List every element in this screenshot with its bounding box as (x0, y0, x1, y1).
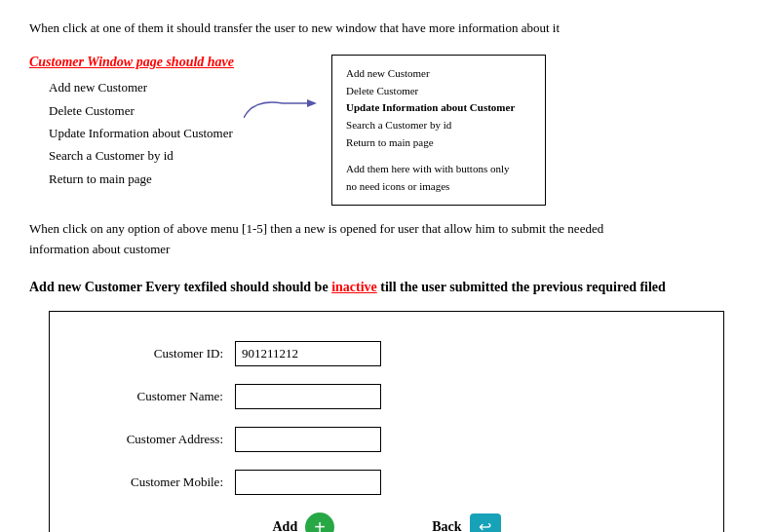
customer-form: Customer ID: Customer Name: Customer Add… (49, 311, 724, 532)
customer-id-label: Customer ID: (89, 346, 235, 361)
left-menu-list: Customer Window page should have Add new… (29, 55, 234, 190)
right-box-note: Add them here with with buttons onlyno n… (346, 161, 531, 195)
customer-address-label: Customer Address: (89, 432, 235, 447)
menu-list: Add new Customer Delete Customer Update … (29, 76, 234, 190)
right-menu-box: Add new Customer Delete Customer Update … (331, 55, 546, 206)
right-item-1: Add new Customer (346, 65, 531, 83)
arrow-connector (234, 55, 331, 123)
list-item: Update Information about Customer (49, 122, 234, 144)
right-item-4: Search a Customer by id (346, 117, 531, 134)
click-line1: When click on any option of above menu [… (29, 221, 603, 236)
customer-address-row: Customer Address: (89, 427, 684, 452)
customer-id-input[interactable] (235, 341, 381, 366)
list-item: Delete Customer (49, 99, 234, 122)
section-title-after: till the user submitted the previous req… (377, 280, 666, 294)
svg-marker-0 (307, 99, 317, 107)
list-item: Search a Customer by id (49, 144, 234, 167)
right-item-5: Return to main page (346, 134, 531, 152)
customer-window-heading: Customer Window page should have (29, 55, 234, 70)
top-description: When click at one of them it should tran… (29, 19, 744, 37)
customer-id-row: Customer ID: (89, 341, 684, 366)
customer-name-row: Customer Name: (89, 384, 684, 409)
customer-mobile-row: Customer Mobile: (89, 470, 684, 495)
add-button[interactable]: + (305, 513, 334, 532)
add-label: Add (272, 519, 297, 532)
section-title-before: Add new Customer Every texfiled should s… (29, 280, 331, 294)
customer-mobile-label: Customer Mobile: (89, 475, 235, 490)
list-item: Add new Customer (49, 76, 234, 98)
customer-mobile-input[interactable] (235, 470, 381, 495)
back-arrow-icon: ↩ (479, 517, 491, 532)
form-buttons: Add + Back ↩ (89, 513, 684, 532)
section-header: Add new Customer Every texfiled should s… (29, 280, 744, 295)
list-item: Return to main page (49, 168, 234, 190)
right-item-2: Delete Customer (346, 83, 531, 100)
customer-name-input[interactable] (235, 384, 381, 409)
customer-address-input[interactable] (235, 427, 381, 452)
back-button[interactable]: ↩ (470, 513, 501, 532)
back-group: Back ↩ (432, 513, 500, 532)
back-label: Back (432, 519, 461, 532)
click-line2: information about customer (29, 242, 170, 256)
click-description: When click on any option of above menu [… (29, 219, 744, 260)
arrow-icon (244, 94, 322, 123)
diagram-section: Customer Window page should have Add new… (29, 55, 744, 206)
plus-icon: + (314, 517, 326, 532)
right-item-3: Update Information about Customer (346, 99, 531, 117)
inactive-label: inactive (331, 280, 377, 294)
customer-name-label: Customer Name: (89, 389, 235, 404)
add-group: Add + (272, 513, 334, 532)
